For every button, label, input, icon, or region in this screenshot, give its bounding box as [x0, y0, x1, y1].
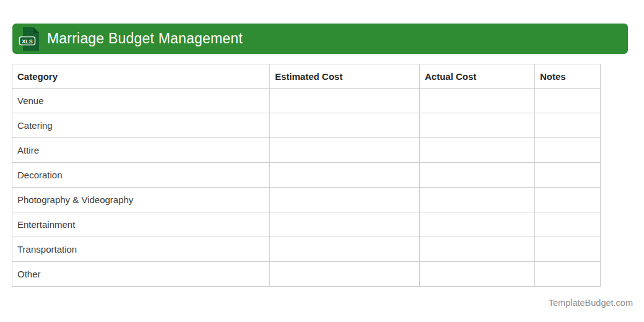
actual-cost-cell [420, 262, 535, 287]
category-cell: Decoration [12, 163, 270, 188]
notes-cell [535, 212, 601, 237]
actual-cost-cell [420, 163, 535, 188]
actual-cost-cell [420, 212, 535, 237]
category-cell: Venue [12, 89, 270, 113]
estimated-cost-cell [270, 138, 420, 163]
xls-file-icon: XLS [18, 27, 40, 51]
notes-cell [535, 163, 601, 188]
notes-cell [535, 89, 601, 113]
column-header-actual-cost: Actual Cost [420, 64, 535, 89]
actual-cost-cell [420, 237, 535, 262]
table-row: Attire [12, 138, 601, 163]
column-header-notes: Notes [535, 64, 601, 89]
category-cell: Other [12, 262, 270, 287]
estimated-cost-cell [270, 89, 420, 113]
estimated-cost-cell [270, 113, 420, 138]
actual-cost-cell [420, 188, 535, 212]
notes-cell [535, 113, 601, 138]
table-row: Entertainment [12, 212, 601, 237]
estimated-cost-cell [270, 212, 420, 237]
estimated-cost-cell [270, 262, 420, 287]
notes-cell [535, 188, 601, 212]
estimated-cost-cell [270, 163, 420, 188]
actual-cost-cell [420, 89, 535, 113]
notes-cell [535, 262, 601, 287]
category-cell: Attire [12, 138, 270, 163]
notes-cell [535, 237, 601, 262]
table-row: Transportation [12, 237, 601, 262]
category-cell: Photography & Videography [12, 188, 270, 212]
page-title: Marriage Budget Management [47, 30, 243, 47]
table-row: Other [12, 262, 601, 287]
page: XLS Marriage Budget Management Category … [0, 0, 644, 322]
table-header-row: Category Estimated Cost Actual Cost Note… [12, 64, 601, 89]
notes-cell [535, 138, 601, 163]
category-cell: Transportation [12, 237, 270, 262]
actual-cost-cell [420, 138, 535, 163]
budget-table: Category Estimated Cost Actual Cost Note… [12, 64, 601, 287]
category-cell: Entertainment [12, 212, 270, 237]
xls-icon-label: XLS [22, 38, 33, 44]
category-cell: Catering [12, 113, 270, 138]
header-bar: XLS Marriage Budget Management [12, 24, 628, 54]
table-row: Decoration [12, 163, 601, 188]
estimated-cost-cell [270, 188, 420, 212]
table-row: Venue [12, 89, 601, 113]
column-header-estimated-cost: Estimated Cost [270, 64, 420, 89]
table-row: Catering [12, 113, 601, 138]
estimated-cost-cell [270, 237, 420, 262]
actual-cost-cell [420, 113, 535, 138]
table-row: Photography & Videography [12, 188, 601, 212]
footer-credit: TemplateBudget.com [549, 298, 633, 308]
column-header-category: Category [12, 64, 270, 89]
